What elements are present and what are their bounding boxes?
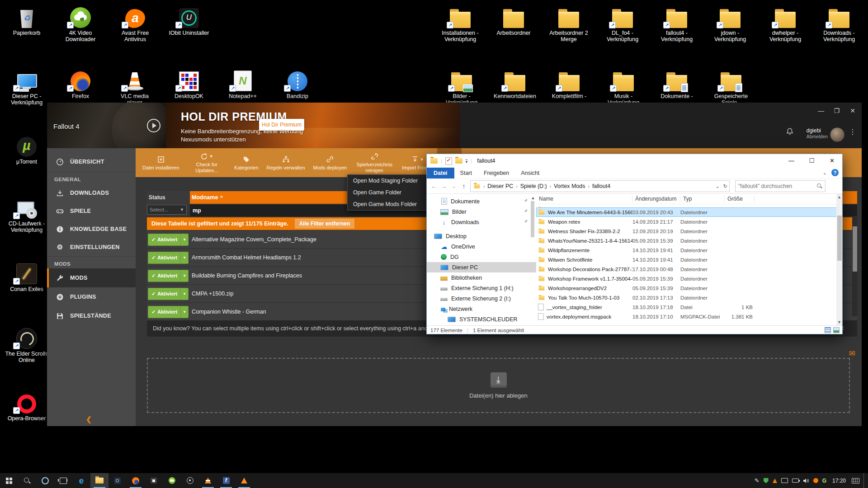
chevron-down-icon[interactable]: ▼ [180,306,188,318]
desktop-icon-4k-video-downloader[interactable]: ↗ 4K Video Downloader [59,5,102,43]
purge-button[interactable]: Spielverzeichnis reinigen [351,148,398,177]
gforce-tray-icon[interactable]: G [822,478,826,484]
scroll-down-icon[interactable]: ▼ [836,319,842,325]
desktop-icon-musik[interactable]: ↗ Musik - Verknüpfung [602,68,645,106]
scrollbar-thumb[interactable] [837,216,842,261]
vortex-tray-icon[interactable] [773,479,777,483]
sidebar-item-uebersicht[interactable]: ÜBERSICHT [47,152,136,172]
table-scrollbar[interactable] [852,216,858,316]
refresh-icon[interactable]: ↻ [723,183,727,189]
desktop-icon-arbeitsordner-2-merge[interactable]: Arbeitsordner 2 Merge [547,5,590,43]
nav-item-systemschleuder[interactable]: SYSTEMSCHLEUDER [427,314,536,324]
new-folder-icon[interactable] [455,158,462,164]
desktop-icon-dieser-pc[interactable]: ↗ Dieser PC - Verknüpfung [5,68,48,106]
nav-item-bilder[interactable]: Bilder [427,206,536,217]
desktop-icon-vlc[interactable]: ↗ VLC media player [113,68,156,106]
taskbar-search-tool[interactable] [108,473,127,488]
taskbar-edge[interactable]: e [72,473,90,488]
taskbar-facebook[interactable]: f [217,473,235,488]
file-row[interactable]: You Talk Too Much-10570-1-0302.10.2019 1… [536,293,842,302]
cortana-button[interactable] [36,473,54,488]
desktop-icon-elder-scrolls-online[interactable]: ↗ The Elder Scrolls Online [5,325,48,364]
status-filter-select[interactable]: Select... ▼ [147,205,187,215]
desktop-icon-downloads[interactable]: ↗ Downloads - Verknüpfung [817,5,861,43]
file-row[interactable]: WhatsYourName-25321-1-8-4-156149268305.0… [536,236,842,245]
sidebar-item-spielstaende[interactable]: SPIELSTÄNDE [47,306,136,325]
desktop-icon-dwhelper[interactable]: ↗ dwhelper - Verknüpfung [764,5,807,43]
column-header-name[interactable]: Name [536,195,632,202]
display-tray-icon[interactable] [781,478,788,483]
desktop-icon-gespeicherte-spiele[interactable]: ↗ Gespeicherte Spiele - [709,68,753,106]
desktop-icon-arbeitsordner[interactable]: Arbeitsordner [492,5,535,36]
taskbar-vortex[interactable] [235,473,253,488]
taskbar-firefox[interactable] [127,473,145,488]
minimize-icon[interactable]: — [781,154,802,167]
desktop-icon-desktopok[interactable]: ↗ DesktopOK [167,68,211,99]
notifications[interactable] [786,127,794,136]
mod-status-button[interactable]: ✓ Aktiviert [148,234,180,245]
taskbar-4k-downloader[interactable] [163,473,181,488]
file-row[interactable]: WorkshoprearrangedDV205.09.2019 15:39Dat… [536,283,842,293]
logout-link[interactable]: Abmelden [807,134,828,139]
column-header-date[interactable]: Änderungsdatum [632,195,680,202]
file-row-partial[interactable]: wa_mps_v1-1...Dateiordner [536,204,842,207]
mod-status-button[interactable]: ✓ Aktiviert [148,288,180,300]
breadcrumb-spiele-d[interactable]: Spiele (D:) [520,183,547,189]
menu-item-open-mod-staging-folder[interactable]: Open Mod Staging Folder [348,175,428,187]
desktop-icon-iobit-uninstaller[interactable]: ↗ IObit Uninstaller [167,5,211,36]
up-icon[interactable]: ↑ [460,183,467,190]
scrollbar-thumb[interactable] [531,201,534,237]
user-menu[interactable]: dgiebi Abmelden [807,127,828,139]
mail-icon[interactable]: ✉ [849,349,855,358]
breadcrumb-fallout4[interactable]: fallout4 [592,183,610,189]
sidebar-item-mods[interactable]: MODS [47,268,136,287]
chevron-down-icon[interactable]: ▼ [180,288,188,300]
nav-item-netzwerk[interactable]: Netzwerk [427,304,536,314]
breadcrumb-dieser-pc[interactable]: Dieser PC [487,183,513,189]
large-icons-view-icon[interactable] [833,327,840,333]
mod-status-button[interactable]: ✓ Aktiviert [148,270,180,282]
file-row[interactable]: Workshop Decorations Pack-27787-1-117.10… [536,264,842,274]
desktop-icon-cd-laufwerk[interactable]: ↗ CD-Laufwerk - Verknüpfung [5,195,48,234]
nav-item-externe-sicherung-1[interactable]: Externe Sicherung 1 (H:) [427,283,536,293]
tab-ansicht[interactable]: Ansicht [515,168,545,178]
desktop-icon-conan-exiles[interactable]: ↗ Conan Exiles [5,261,48,292]
sidebar-item-plugins[interactable]: PLUGINS [47,287,136,306]
desktop-icon-installationen[interactable]: ↗ Installationen - Verknüpfung [439,5,482,43]
file-row[interactable]: Weapon retex14.09.2019 21:17Dateiordner [536,217,842,226]
deploy-mods-button[interactable]: Mods deployen [309,148,351,177]
clear-filters-button[interactable]: Alle Filter entfernen [295,219,355,229]
categories-button[interactable]: Kategorien [230,148,262,177]
file-row[interactable]: __vortex_staging_folder18.10.2019 17:18D… [536,302,842,312]
chevron-down-icon[interactable]: ▼ [180,252,188,263]
avast-tray-icon[interactable] [813,478,818,483]
show-desktop-button[interactable] [863,473,866,488]
column-header-type[interactable]: Typ [680,195,725,202]
nav-item-downloads[interactable]: ↓Downloads [427,217,536,227]
sidebar-item-knowledge-base[interactable]: KNOWLEDGE BASE [47,220,136,238]
play-icon[interactable] [147,119,160,132]
battery-icon[interactable] [792,479,799,483]
desktop-icon-kennwortdateien[interactable]: ↗ Kennwortdateien - [493,68,537,106]
desktop-icon-dl-fo4[interactable]: ↗ DL_fo4 - Verknüpfung [601,5,644,43]
maximize-icon[interactable]: ☐ [802,154,822,167]
check-updates-button[interactable]: ▼ Check for Updates... [183,148,230,177]
minimize-icon[interactable]: — [815,106,827,115]
nav-item-dg[interactable]: DG [427,252,536,262]
desktop-icon-bilder[interactable]: ↗ Bilder - Verknüpfung [440,68,483,106]
desktop-icon-dokumente[interactable]: ↗ Dokumente - [655,68,698,99]
mod-status-button[interactable]: ✓ Aktiviert [148,306,180,318]
desktop-icon-papierkorb[interactable]: Papierkorb [5,5,48,36]
desktop-icon-jdown[interactable]: ↗ jdown - Verknüpfung [708,5,752,43]
file-row[interactable]: Wetness Shader Fix-23389-2-212.09.2019 2… [536,226,842,236]
task-view-button[interactable] [54,473,72,488]
nav-item-dieser-pc[interactable]: Dieser PC [427,262,536,272]
avatar[interactable] [830,127,844,142]
sidebar-item-downloads[interactable]: DOWNLOADS [47,184,136,202]
chevron-down-icon[interactable]: ▼ [180,270,188,282]
tab-datei[interactable]: Datei [427,168,454,178]
taskbar-media-app[interactable] [181,473,199,488]
more-menu[interactable]: ⋮ [849,127,856,136]
details-view-icon[interactable] [825,327,831,333]
desktop-icon-opera[interactable]: ↗ Opera-Browser [5,390,48,422]
